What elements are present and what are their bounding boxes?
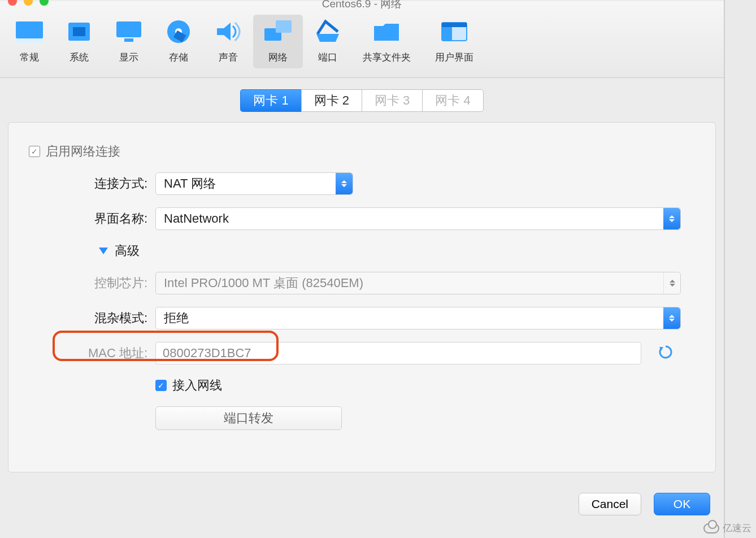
network-icon [262,17,294,46]
tab-general[interactable]: 常规 [5,15,54,68]
svg-marker-9 [217,23,231,41]
interface-name-select[interactable]: NatNetwork [155,207,681,230]
adapter-type-value: Intel PRO/1000 MT 桌面 (82540EM) [164,275,363,292]
dialog-footer: Cancel OK [579,493,710,515]
titlebar: Centos6.9 - 网络 [0,0,724,1]
folder-icon [371,17,402,46]
mac-address-value: 0800273D1BC7 [163,346,251,361]
serial-icon [312,17,344,46]
regenerate-mac-button[interactable] [658,345,673,362]
stepper-icon [663,307,680,329]
adapter-tab-2[interactable]: 网卡 2 [301,89,362,112]
attached-to-label: 连接方式: [25,175,155,192]
tab-label: 端口 [303,51,353,64]
ok-button[interactable]: OK [654,493,710,515]
adapter-tab-4[interactable]: 网卡 4 [422,89,483,112]
storage-icon [163,17,194,46]
cable-connected-label: 接入网线 [172,377,222,394]
tab-label: 用户界面 [420,51,488,64]
tab-storage[interactable]: 存储 [154,15,203,68]
audio-icon [212,17,244,46]
stepper-icon [663,272,680,294]
cable-connected-checkbox[interactable]: ✓ [155,380,167,391]
mac-address-label: MAC 地址: [25,345,155,362]
tab-serial[interactable]: 端口 [303,15,353,68]
advanced-label: 高级 [115,242,140,259]
cloud-icon [703,523,719,533]
promiscuous-mode-select[interactable]: 拒绝 [155,307,681,329]
promiscuous-mode-label: 混杂模式: [25,310,155,327]
tab-shared-folders[interactable]: 共享文件夹 [353,15,420,68]
svg-marker-12 [316,34,339,42]
svg-rect-1 [16,38,43,43]
minimize-window-button[interactable] [24,0,33,6]
attached-to-select[interactable]: NAT 网络 [155,172,353,195]
promiscuous-mode-value: 拒绝 [164,310,189,327]
enable-network-checkbox[interactable]: ✓ [29,146,40,157]
interface-name-value: NatNetwork [164,211,229,226]
adapter-type-label: 控制芯片: [25,275,155,292]
system-icon [63,17,95,46]
stepper-icon [663,208,680,229]
network-panel: ✓ 启用网络连接 连接方式: NAT 网络 界面名称: NatNetwork [8,122,716,472]
window-title: Centos6.9 - 网络 [322,0,402,11]
settings-toolbar: 常规 系统 显示 存储 声音 [0,1,724,78]
watermark: 亿速云 [703,522,751,535]
port-forwarding-button[interactable]: 端口转发 [155,406,342,430]
settings-window: Centos6.9 - 网络 常规 系统 显示 存储 [0,0,724,538]
svg-rect-0 [16,21,43,38]
mac-address-field[interactable]: 0800273D1BC7 [155,342,641,365]
adapter-tab-1[interactable]: 网卡 1 [240,89,301,112]
tab-network[interactable]: 网络 [253,15,303,68]
attached-to-value: NAT 网络 [164,175,216,192]
close-window-button[interactable] [8,0,17,6]
tab-label: 声音 [203,51,253,64]
advanced-toggle[interactable]: 高级 [99,242,140,259]
adapter-type-select: Intel PRO/1000 MT 桌面 (82540EM) [155,272,681,294]
ui-icon [438,17,470,46]
svg-rect-5 [124,38,133,42]
tab-label: 显示 [104,51,154,64]
svg-rect-11 [276,20,292,33]
tab-display[interactable]: 显示 [104,15,154,68]
watermark-text: 亿速云 [723,522,751,535]
adapter-tabs: 网卡 1 网卡 2 网卡 3 网卡 4 [0,89,724,112]
svg-rect-4 [116,21,141,37]
svg-rect-15 [442,23,467,27]
tab-label: 常规 [5,51,54,64]
enable-network-label: 启用网络连接 [46,143,120,160]
tab-system[interactable]: 系统 [54,15,104,68]
cancel-button[interactable]: Cancel [579,493,641,515]
background-area [724,0,756,538]
tab-label: 存储 [154,51,203,64]
tab-audio[interactable]: 声音 [203,15,253,68]
maximize-window-button[interactable] [40,0,49,6]
svg-rect-3 [73,27,85,36]
disclosure-triangle-icon [99,248,108,254]
tab-label: 共享文件夹 [353,51,420,64]
display-icon [113,17,145,46]
general-icon [14,17,45,46]
tab-user-interface[interactable]: 用户界面 [420,15,488,68]
tab-label: 网络 [253,51,303,64]
stepper-icon [336,173,353,194]
interface-name-label: 界面名称: [25,210,155,227]
adapter-tab-3[interactable]: 网卡 3 [362,89,422,112]
tab-label: 系统 [54,51,104,64]
